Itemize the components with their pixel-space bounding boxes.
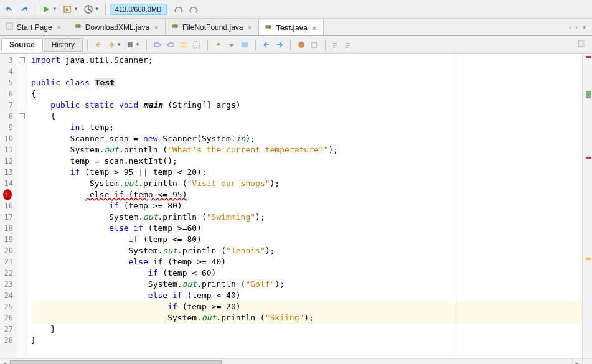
bookmarks-icon[interactable] bbox=[124, 39, 136, 51]
find-prev-icon[interactable] bbox=[151, 39, 164, 51]
code-line[interactable]: if (temp >= 20) bbox=[31, 301, 582, 312]
comment-icon[interactable] bbox=[330, 39, 342, 51]
line-number[interactable]: 22 bbox=[0, 268, 16, 279]
line-number[interactable]: 9 bbox=[0, 122, 16, 133]
shift-left-icon[interactable] bbox=[260, 39, 273, 51]
tab-prev-icon[interactable]: ‹ bbox=[569, 23, 571, 32]
macro-record-icon[interactable] bbox=[295, 39, 308, 51]
nav-forward-icon[interactable] bbox=[105, 39, 118, 51]
fold-gutter[interactable]: −− bbox=[16, 54, 27, 358]
line-number[interactable]: 27 bbox=[0, 324, 16, 335]
code-line[interactable]: else if (temp < 40) bbox=[31, 290, 582, 301]
highlight-icon[interactable] bbox=[190, 39, 203, 51]
fold-minus-icon[interactable]: − bbox=[19, 113, 25, 119]
code-line[interactable]: System.out.println ("Skiing"); bbox=[31, 312, 582, 324]
tab-source[interactable]: Source bbox=[1, 38, 43, 52]
debug-dropdown-icon[interactable]: ▼ bbox=[73, 6, 78, 12]
close-icon[interactable]: × bbox=[246, 24, 253, 31]
code-line[interactable]: System.out.println ("Tennis"); bbox=[31, 245, 582, 256]
line-number[interactable]: 6 bbox=[0, 88, 16, 100]
line-number[interactable]: ! bbox=[0, 189, 16, 200]
code-line[interactable]: System.out.println ("Swimming"); bbox=[31, 212, 582, 223]
code-line[interactable]: { bbox=[31, 111, 582, 122]
tab-history[interactable]: History bbox=[44, 38, 83, 52]
code-line[interactable]: else if (temp >=60) bbox=[31, 223, 582, 234]
bookmarks-dropdown-icon[interactable]: ▼ bbox=[135, 42, 140, 47]
line-gutter[interactable]: 34567891011121314!1617181920212223242526… bbox=[0, 54, 16, 358]
line-number[interactable]: 4 bbox=[0, 66, 16, 77]
line-number[interactable]: 7 bbox=[0, 100, 16, 111]
tab-next-icon[interactable]: › bbox=[575, 23, 578, 32]
prev-bookmark-icon[interactable] bbox=[212, 39, 225, 51]
code-line[interactable]: import java.util.Scanner; bbox=[31, 55, 582, 66]
line-number[interactable]: 16 bbox=[0, 200, 16, 212]
code-line[interactable]: else if (temp <= 95) bbox=[31, 189, 582, 200]
line-number[interactable]: 20 bbox=[0, 245, 16, 256]
tab-list-icon[interactable]: ▼ bbox=[581, 24, 587, 30]
code-line[interactable]: if (temp <= 80) bbox=[31, 234, 582, 245]
code-line[interactable]: if (temp >= 80) bbox=[31, 200, 582, 212]
line-number[interactable]: 11 bbox=[0, 144, 16, 156]
profile-dropdown-icon[interactable]: ▼ bbox=[95, 6, 100, 12]
line-number[interactable]: 25 bbox=[0, 301, 16, 312]
file-tab[interactable]: Start Page× bbox=[0, 19, 68, 35]
code-line[interactable]: public class Test bbox=[31, 77, 582, 88]
nav-dropdown-icon[interactable]: ▼ bbox=[116, 42, 121, 47]
scroll-thumb[interactable] bbox=[10, 360, 222, 364]
redo-icon[interactable] bbox=[17, 2, 31, 16]
line-number[interactable]: 5 bbox=[0, 77, 16, 88]
line-number[interactable]: 21 bbox=[0, 256, 16, 268]
code-line[interactable]: if (temp < 60) bbox=[31, 268, 582, 279]
undo-icon[interactable] bbox=[2, 2, 16, 16]
vertical-scrollbar[interactable] bbox=[582, 54, 592, 358]
file-tab[interactable]: DownloadXML.java× bbox=[68, 19, 166, 35]
code-line[interactable]: } bbox=[31, 324, 582, 335]
warning-marker[interactable] bbox=[586, 258, 591, 260]
run-dropdown-icon[interactable]: ▼ bbox=[52, 6, 57, 12]
fold-minus-icon[interactable]: − bbox=[19, 57, 25, 63]
find-next-icon[interactable] bbox=[164, 39, 177, 51]
code-line[interactable]: System.out.println ("Visit our shops"); bbox=[31, 178, 582, 189]
profile-icon[interactable] bbox=[82, 2, 95, 16]
line-number[interactable]: 23 bbox=[0, 279, 16, 290]
code-line[interactable]: int temp; bbox=[31, 122, 582, 133]
line-number[interactable]: 28 bbox=[0, 335, 16, 346]
line-number[interactable]: 8 bbox=[0, 111, 16, 122]
line-number[interactable]: 24 bbox=[0, 290, 16, 301]
code-line[interactable]: else if (temp >= 40) bbox=[31, 256, 582, 268]
run-icon[interactable] bbox=[39, 2, 53, 16]
line-number[interactable]: 12 bbox=[0, 156, 16, 167]
code-line[interactable]: } bbox=[31, 335, 582, 346]
code-line[interactable]: if (temp > 95 || temp < 20); bbox=[31, 167, 582, 178]
gc-alt-icon[interactable] bbox=[187, 2, 200, 16]
scroll-left-icon[interactable]: ◄ bbox=[0, 359, 10, 364]
error-icon[interactable]: ! bbox=[3, 189, 12, 200]
close-icon[interactable]: × bbox=[55, 24, 63, 31]
line-number[interactable]: 17 bbox=[0, 212, 16, 223]
line-number[interactable]: 13 bbox=[0, 167, 16, 178]
horizontal-scrollbar[interactable]: ◄ ► bbox=[0, 358, 592, 364]
file-tab[interactable]: FileNotFound.java× bbox=[166, 19, 259, 35]
line-number[interactable]: 19 bbox=[0, 234, 16, 245]
memory-indicator[interactable]: 413.8/668.0MB bbox=[110, 4, 167, 15]
line-number[interactable]: 3 bbox=[0, 55, 16, 66]
next-bookmark-icon[interactable] bbox=[225, 39, 238, 51]
code-line[interactable] bbox=[31, 66, 582, 77]
line-number[interactable]: 18 bbox=[0, 223, 16, 234]
error-marker[interactable] bbox=[586, 157, 591, 159]
code-line[interactable]: Scanner scan = new Scanner(System.in); bbox=[31, 133, 582, 144]
shift-right-icon[interactable] bbox=[273, 39, 286, 51]
line-number[interactable]: 26 bbox=[0, 312, 16, 324]
macro-stop-icon[interactable] bbox=[308, 39, 321, 51]
code-line[interactable]: public static void main (String[] args) bbox=[31, 100, 582, 111]
debug-icon[interactable] bbox=[60, 2, 74, 16]
uncomment-icon[interactable] bbox=[343, 39, 355, 51]
scroll-track[interactable] bbox=[10, 359, 572, 364]
scroll-right-icon[interactable]: ► bbox=[572, 359, 582, 364]
line-number[interactable]: 14 bbox=[0, 178, 16, 189]
code-content[interactable]: import java.util.Scanner;public class Te… bbox=[27, 54, 582, 358]
nav-back-icon[interactable] bbox=[92, 39, 105, 51]
close-icon[interactable]: × bbox=[311, 24, 318, 32]
find-selection-icon[interactable] bbox=[177, 39, 190, 51]
line-number[interactable]: 10 bbox=[0, 133, 16, 144]
